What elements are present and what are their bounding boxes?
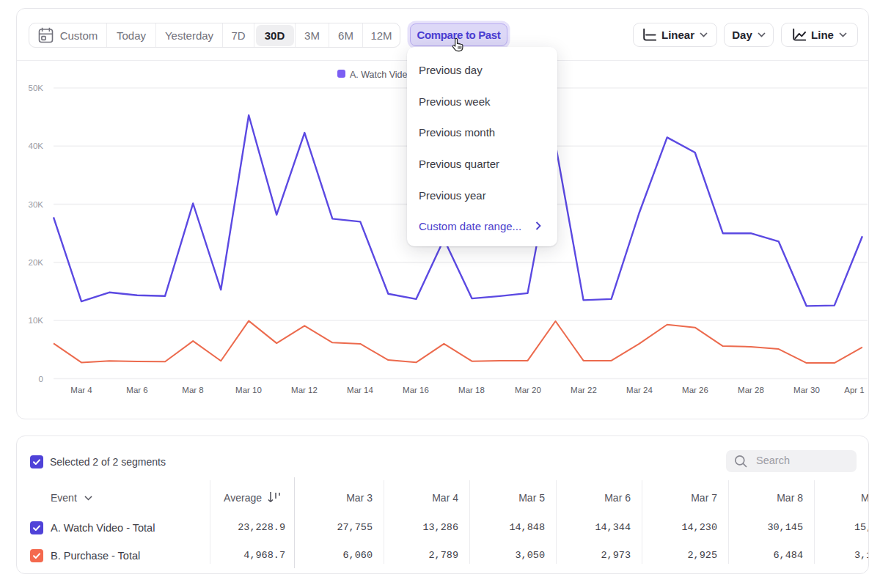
svg-text:Mar 18: Mar 18	[458, 386, 485, 394]
svg-text:Mar 16: Mar 16	[403, 386, 429, 394]
svg-text:Mar 22: Mar 22	[571, 386, 597, 394]
svg-text:40K: 40K	[29, 142, 44, 150]
svg-text:20K: 20K	[29, 258, 44, 267]
svg-text:30K: 30K	[29, 200, 44, 209]
svg-text:Mar 14: Mar 14	[347, 386, 373, 394]
svg-text:0: 0	[39, 375, 43, 383]
svg-text:Mar 6: Mar 6	[126, 386, 147, 394]
svg-text:Mar 4: Mar 4	[70, 386, 92, 394]
svg-text:Mar 10: Mar 10	[235, 386, 262, 394]
svg-text:Mar 30: Mar 30	[793, 386, 820, 394]
svg-text:Mar 24: Mar 24	[626, 386, 653, 394]
svg-text:10K: 10K	[29, 316, 44, 325]
svg-text:50K: 50K	[29, 84, 44, 92]
svg-text:Mar 28: Mar 28	[738, 386, 764, 394]
svg-text:Mar 26: Mar 26	[682, 386, 708, 394]
svg-text:Mar 12: Mar 12	[291, 386, 318, 394]
svg-text:Mar 8: Mar 8	[182, 386, 203, 394]
svg-text:Mar 20: Mar 20	[515, 386, 541, 394]
svg-text:Apr 1: Apr 1	[844, 386, 865, 394]
